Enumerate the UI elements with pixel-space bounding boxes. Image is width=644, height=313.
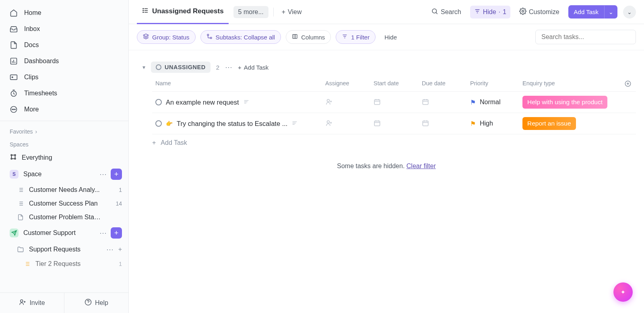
flag-icon: ⚑ <box>470 120 476 128</box>
assignee-add-icon[interactable] <box>325 119 332 128</box>
list-support-requests[interactable]: Support Requests ⋯ + <box>0 242 128 257</box>
folder-icon <box>17 246 24 253</box>
date-add-icon[interactable] <box>374 119 381 128</box>
add-column-button[interactable] <box>620 80 636 87</box>
nav-label: More <box>24 106 39 113</box>
flag-icon: ⚑ <box>470 99 476 106</box>
list-icon <box>17 200 24 207</box>
enquiry-tag[interactable]: Report an issue <box>522 117 576 130</box>
expand-button[interactable]: ⌄ <box>623 6 636 19</box>
table-row[interactable]: An example new request ⚑ Normal Help wit… <box>152 92 636 113</box>
list-icon <box>17 186 24 194</box>
subtasks-pill[interactable]: Subtasks: Collapse all <box>200 30 281 44</box>
filter-pill[interactable]: 1 Filter <box>336 30 376 44</box>
svg-point-12 <box>14 154 16 156</box>
nav-label: Timesheets <box>24 90 57 97</box>
sidebar-customer-support[interactable]: Customer Support ⋯ + <box>0 224 128 242</box>
date-add-icon[interactable] <box>374 98 381 107</box>
col-assignee[interactable]: Assignee <box>322 80 370 87</box>
description-icon <box>291 120 298 128</box>
list-add-button[interactable]: + <box>118 246 122 253</box>
group-add-task-button[interactable]: + Add Task <box>238 64 268 71</box>
space-add-button[interactable]: + <box>111 227 122 239</box>
date-add-icon[interactable] <box>422 119 429 128</box>
clear-filter-link[interactable]: Clear filter <box>407 163 436 169</box>
favorites-section[interactable]: Favorites › <box>0 124 128 137</box>
priority-label[interactable]: Normal <box>480 99 501 106</box>
svg-point-39 <box>143 10 144 11</box>
task-name: An example new request <box>166 99 239 106</box>
toolbar-hide[interactable]: Hide <box>380 34 401 41</box>
space-add-button[interactable]: + <box>111 169 122 180</box>
hide-button[interactable]: Hide · 1 <box>470 6 510 19</box>
col-priority[interactable]: Priority <box>467 80 519 87</box>
svg-rect-66 <box>423 99 428 104</box>
invite-button[interactable]: Invite <box>0 293 64 313</box>
nav-clips[interactable]: Clips <box>0 69 128 85</box>
list-customer-success[interactable]: Customer Success Plan 14 <box>0 197 128 210</box>
add-task-button[interactable]: Add Task ⌄ <box>568 5 617 19</box>
nav-home[interactable]: Home <box>0 5 128 21</box>
list-customer-problem[interactable]: Customer Problem Statem... <box>0 210 128 224</box>
status-circle-icon[interactable] <box>155 120 162 127</box>
clips-icon <box>10 73 18 81</box>
svg-point-40 <box>143 12 144 12</box>
svg-rect-76 <box>374 121 380 126</box>
svg-point-14 <box>14 158 16 159</box>
chevron-down-icon[interactable]: ⌄ <box>604 6 617 19</box>
col-name[interactable]: Name <box>152 80 322 87</box>
nav-timesheets[interactable]: Timesheets <box>0 85 128 101</box>
nav-docs[interactable]: Docs <box>0 37 128 53</box>
timesheets-icon <box>10 89 18 97</box>
help-button[interactable]: Help <box>64 293 128 313</box>
space-badge: S <box>10 170 19 179</box>
search-button[interactable]: Search <box>428 5 464 19</box>
home-icon <box>10 9 18 17</box>
ai-fab-button[interactable]: ✦ <box>613 282 633 302</box>
col-due-date[interactable]: Due date <box>419 80 467 87</box>
svg-point-13 <box>11 158 12 159</box>
more-icon <box>10 105 18 113</box>
group-menu-button[interactable]: ⋯ <box>225 63 232 72</box>
sidebar-everything[interactable]: Everything <box>0 150 128 165</box>
svg-point-11 <box>11 154 12 156</box>
nav-dashboards[interactable]: Dashboards <box>0 53 128 69</box>
svg-point-43 <box>522 10 524 12</box>
add-task-row[interactable]: + Add Task <box>137 134 636 151</box>
add-view-button[interactable]: + View <box>279 6 305 18</box>
col-enquiry-type[interactable]: Enquiry type <box>519 80 620 87</box>
list-tier2[interactable]: Tier 2 Requests 1 <box>0 257 128 271</box>
task-name: Try changing the status to Escalate ... <box>177 120 287 128</box>
customize-button[interactable]: Customize <box>516 5 563 19</box>
search-tasks-input[interactable] <box>535 30 636 44</box>
enquiry-tag[interactable]: Help with using the product <box>522 96 607 109</box>
columns-pill[interactable]: Columns <box>286 30 331 44</box>
space-menu-button[interactable]: ⋯ <box>98 170 108 179</box>
list-view-icon <box>142 7 149 16</box>
list-menu-button[interactable]: ⋯ <box>105 245 115 254</box>
nav-inbox[interactable]: Inbox <box>0 21 128 37</box>
main: Unassigned Requests 5 more... + View Sea… <box>129 0 644 313</box>
sidebar-space[interactable]: S Space ⋯ + <box>0 165 128 183</box>
collapse-group-button[interactable]: ▾ <box>142 64 145 70</box>
svg-point-38 <box>143 8 144 9</box>
status-circle-icon[interactable] <box>155 99 162 105</box>
status-chip[interactable]: UNASSIGNED <box>151 62 211 73</box>
nav-label: Home <box>24 9 41 16</box>
date-add-icon[interactable] <box>422 98 429 107</box>
assignee-add-icon[interactable] <box>325 98 332 107</box>
list-customer-needs[interactable]: Customer Needs Analy... 1 <box>0 183 128 197</box>
col-start-date[interactable]: Start date <box>370 80 419 87</box>
table-row[interactable]: 👉 Try changing the status to Escalate ..… <box>152 113 636 134</box>
sidebar: Home Inbox Docs Dashboards Clips Timeshe… <box>0 0 129 313</box>
priority-label[interactable]: High <box>480 120 493 127</box>
space-menu-button[interactable]: ⋯ <box>98 229 108 237</box>
nav-more[interactable]: More <box>0 101 128 117</box>
network-icon <box>10 153 17 162</box>
hidden-tasks-message: Some tasks are hidden. Clear filter <box>137 151 636 181</box>
sparkle-icon: ✦ <box>621 289 625 295</box>
more-tabs-button[interactable]: 5 more... <box>233 6 268 18</box>
user-plus-icon <box>19 299 26 307</box>
group-pill[interactable]: Group: Status <box>137 30 196 44</box>
view-tab-active[interactable]: Unassigned Requests <box>137 0 229 24</box>
